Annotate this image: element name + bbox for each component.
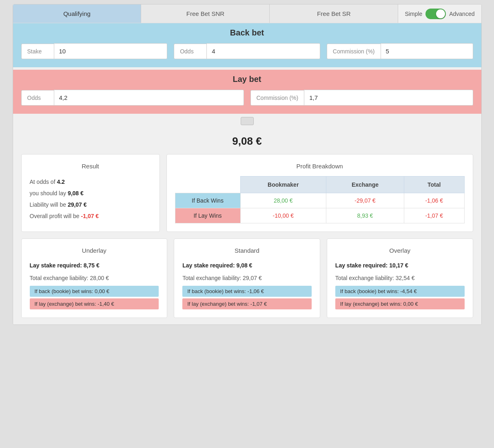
stake-label: Stake — [21, 44, 54, 59]
col-total: Total — [404, 177, 464, 193]
standard-lay-wins: If lay (exchange) bet wins: -1,07 € — [182, 298, 312, 309]
back-odds-input[interactable] — [206, 43, 320, 59]
result-line2: you should lay 9,08 € — [30, 188, 151, 199]
overlay-card: Overlay Lay stake required: 10,17 € Tota… — [327, 238, 473, 318]
tab-qualifying[interactable]: Qualifying — [13, 4, 142, 23]
table-row-lay: If Lay Wins -10,00 € 8,93 € -1,07 € — [175, 208, 464, 223]
standard-title: Standard — [182, 247, 312, 254]
standard-lay-stake: Lay stake required: 9,08 € — [182, 260, 312, 271]
main-value: 9,08 € — [21, 135, 473, 148]
col-exchange: Exchange — [326, 177, 404, 193]
lay-bet-title: Lay bet — [21, 75, 473, 84]
col-bookmaker: Bookmaker — [240, 177, 326, 193]
lay-wins-label: If Lay Wins — [175, 208, 240, 223]
result-card: Result At odds of 4.2 you should lay 9,0… — [21, 154, 160, 232]
standard-back-wins: If back (bookie) bet wins: -1,06 € — [182, 286, 312, 297]
back-bet-section: Back bet Stake Odds Commission (%) — [13, 23, 481, 67]
result-odds-value: 4.2 — [57, 179, 64, 185]
profit-breakdown-card: Profit Breakdown Bookmaker Exchange Tota… — [166, 154, 473, 232]
result-liability-value: 29,07 € — [68, 201, 87, 208]
back-wins-total: -1,06 € — [404, 193, 464, 208]
lay-wins-total: -1,07 € — [404, 208, 464, 223]
overlay-lay-stake: Lay stake required: 10,17 € — [335, 260, 465, 271]
back-bet-title: Back bet — [21, 28, 473, 38]
tab-free-bet-snr[interactable]: Free Bet SNR — [141, 4, 270, 23]
table-row-back: If Back Wins 28,00 € -29,07 € -1,06 € — [175, 193, 464, 208]
lay-bet-section: Lay bet Odds Commission (%) — [13, 70, 481, 114]
result-line1: At odds of 4.2 — [30, 176, 151, 188]
tab-free-bet-sr[interactable]: Free Bet SR — [270, 4, 398, 23]
simple-label: Simple — [405, 11, 422, 17]
result-card-title: Result — [30, 163, 151, 170]
overlay-back-wins: If back (bookie) bet wins: -4,54 € — [335, 286, 465, 297]
bottom-cards-row: Underlay Lay stake required: 8,75 € Tota… — [21, 238, 473, 318]
top-cards-row: Result At odds of 4.2 you should lay 9,0… — [21, 154, 473, 232]
slider-thumb[interactable] — [241, 117, 254, 125]
result-line3: Liability will be 29,07 € — [30, 199, 151, 210]
overlay-lay-wins: If lay (exchange) bet wins: 0,00 € — [335, 298, 465, 309]
result-profit-value: -1,07 € — [81, 213, 99, 219]
back-wins-label: If Back Wins — [175, 193, 240, 208]
underlay-back-wins: If back (bookie) bet wins: 0,00 € — [30, 286, 159, 297]
underlay-title: Underlay — [30, 247, 159, 254]
main-container: Qualifying Free Bet SNR Free Bet SR Simp… — [13, 4, 482, 325]
standard-liability: Total exchange liability: 29,07 € — [182, 273, 312, 283]
view-toggle-area: Simple Advanced — [398, 9, 481, 19]
back-wins-exchange: -29,07 € — [326, 193, 404, 208]
toggle-slider — [425, 9, 446, 19]
tab-bar: Qualifying Free Bet SNR Free Bet SR Simp… — [13, 4, 481, 23]
slider-area — [13, 114, 481, 128]
lay-commission-label: Commission (%) — [250, 90, 304, 106]
advanced-label: Advanced — [449, 11, 474, 17]
back-odds-label: Odds — [174, 44, 206, 59]
toggle-knob — [436, 9, 445, 18]
back-wins-bookmaker: 28,00 € — [240, 193, 326, 208]
profit-breakdown-title: Profit Breakdown — [175, 163, 465, 170]
advanced-toggle[interactable] — [425, 9, 446, 19]
back-bet-inputs: Stake Odds Commission (%) — [21, 43, 473, 59]
overlay-title: Overlay — [335, 247, 465, 254]
underlay-lay-wins: If lay (exchange) bet wins: -1,40 € — [30, 298, 159, 309]
result-lay-value: 9,08 € — [68, 190, 84, 196]
lay-commission-input[interactable] — [304, 90, 473, 106]
lay-commission-group: Commission (%) — [250, 90, 473, 106]
lay-wins-exchange: 8,93 € — [326, 208, 404, 223]
back-commission-label: Commission (%) — [327, 44, 381, 59]
overlay-liability: Total exchange liability: 32,54 € — [335, 273, 465, 283]
profit-table: Bookmaker Exchange Total If Back Wins 28… — [175, 176, 465, 223]
lay-odds-input[interactable] — [54, 90, 244, 106]
back-commission-input[interactable] — [381, 43, 473, 59]
result-line4: Overall profit will be -1,07 € — [30, 210, 151, 222]
underlay-card: Underlay Lay stake required: 8,75 € Tota… — [21, 238, 168, 318]
stake-input[interactable] — [54, 43, 168, 59]
underlay-lay-stake: Lay stake required: 8,75 € — [30, 260, 159, 271]
result-description: At odds of 4.2 you should lay 9,08 € Lia… — [30, 176, 151, 222]
underlay-liability: Total exchange liability: 28,00 € — [30, 273, 159, 283]
back-commission-group: Commission (%) — [327, 43, 473, 59]
stake-group: Stake — [21, 43, 168, 59]
standard-card: Standard Lay stake required: 9,08 € Tota… — [174, 238, 320, 318]
results-area: 9,08 € Result At odds of 4.2 you should … — [13, 128, 481, 324]
lay-odds-label: Odds — [21, 90, 54, 106]
back-odds-group: Odds — [174, 43, 320, 59]
lay-bet-inputs: Odds Commission (%) — [21, 90, 473, 106]
lay-wins-bookmaker: -10,00 € — [240, 208, 326, 223]
lay-odds-group: Odds — [21, 90, 244, 106]
